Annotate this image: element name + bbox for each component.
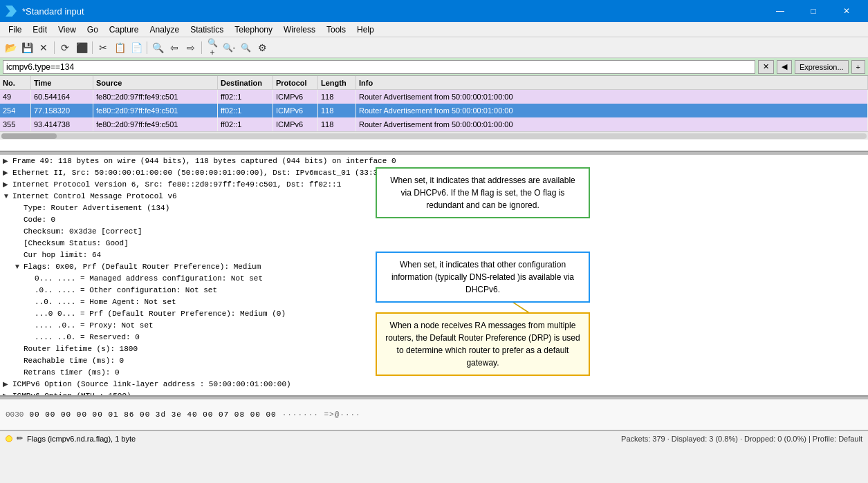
- menu-item-go[interactable]: Go: [82, 23, 104, 36]
- hex-offset: 0030: [6, 410, 24, 419]
- close-button[interactable]: ✕: [831, 4, 862, 18]
- toolbar: 📂 💾 ✕ ⟳ ⬛ ✂ 📋 📄 🔍 ⇦ ⇨ 🔍+ 🔍- 🔍 ⚙: [0, 37, 868, 58]
- h-scrollbar[interactable]: [0, 131, 868, 140]
- toolbar-restart[interactable]: ⟳: [57, 40, 73, 55]
- header-destination: Destination: [218, 76, 273, 89]
- filter-bar: ✕ ◀ Expression... +: [0, 58, 868, 76]
- menu-item-statistics[interactable]: Statistics: [185, 23, 229, 36]
- title-bar: *Standard input — □ ✕: [0, 0, 868, 22]
- expand-arrow: ▼: [14, 263, 21, 270]
- list-item[interactable]: ▶ICMPv6 Option (Source link-layer addres…: [0, 378, 868, 390]
- toolbar-zoom-reset[interactable]: 🔍: [238, 40, 253, 55]
- maximize-button[interactable]: □: [797, 4, 829, 18]
- toolbar-options[interactable]: ⚙: [255, 40, 270, 55]
- hex-panel: 0030 00 00 00 00 00 01 86 00 3d 3e 40 00…: [0, 399, 868, 430]
- status-bar: ✏ Flags (icmpv6.nd.ra.flag), 1 byte Pack…: [0, 430, 868, 446]
- toolbar-save[interactable]: 💾: [19, 40, 35, 55]
- toolbar-zoom-out[interactable]: 🔍-: [221, 40, 237, 55]
- expand-arrow: ▶: [3, 392, 10, 395]
- packet-list-header: No. Time Source Destination Protocol Len…: [0, 76, 868, 90]
- status-left: ✏ Flags (icmpv6.nd.ra.flag), 1 byte: [6, 434, 136, 443]
- menu-bar: FileEditViewGoCaptureAnalyzeStatisticsTe…: [0, 22, 868, 37]
- header-time: Time: [31, 76, 93, 89]
- tooltip-managed-addresses: When set, it indicates that addresses ar…: [376, 167, 590, 218]
- menu-item-edit[interactable]: Edit: [27, 23, 53, 36]
- window-controls: — □ ✕: [764, 4, 862, 18]
- list-item[interactable]: ▶ICMPv6 Option (MTU : 1500): [0, 390, 868, 395]
- toolbar-open[interactable]: 📂: [3, 40, 18, 55]
- expand-arrow: ▶: [3, 380, 10, 388]
- header-length: Length: [318, 76, 356, 89]
- list-item: [Checksum Status: Good]: [0, 237, 868, 249]
- table-row[interactable]: 49 60.544164 fe80::2d0:97ff:fe49:c501 ff…: [0, 90, 868, 104]
- toolbar-cut[interactable]: ✂: [95, 40, 111, 55]
- status-right-text: Packets: 379 · Displayed: 3 (0.8%) · Dro…: [621, 435, 862, 443]
- expand-arrow: ▶: [3, 169, 10, 176]
- app-icon: [6, 6, 17, 17]
- hex-ascii: ······· =>@····: [282, 410, 361, 419]
- window-title: *Standard input: [22, 6, 84, 17]
- toolbar-find[interactable]: 🔍: [150, 40, 165, 55]
- filter-add-button[interactable]: +: [851, 60, 865, 74]
- detail-panel: ▶Frame 49: 118 bytes on wire (944 bits),…: [0, 155, 868, 397]
- toolbar-back[interactable]: ⇨: [183, 40, 198, 55]
- expand-arrow: ▼: [3, 192, 10, 200]
- list-item[interactable]: ▶Frame 49: 118 bytes on wire (944 bits),…: [0, 155, 868, 167]
- menu-item-wireless[interactable]: Wireless: [278, 23, 321, 36]
- menu-item-view[interactable]: View: [53, 23, 82, 36]
- header-no: No.: [0, 76, 31, 89]
- toolbar-zoom-in[interactable]: 🔍+: [205, 40, 220, 55]
- toolbar-goto[interactable]: ⇦: [167, 40, 182, 55]
- tooltip-drp: When a node receives RA messages from mu…: [376, 312, 590, 376]
- header-source: Source: [93, 76, 218, 89]
- filter-expression-button[interactable]: Expression...: [795, 60, 849, 74]
- menu-item-telephony[interactable]: Telephony: [229, 23, 278, 36]
- table-row[interactable]: 355 93.414738 fe80::2d0:97ff:fe49:c501 f…: [0, 117, 868, 131]
- toolbar-copy[interactable]: 📋: [112, 40, 127, 55]
- filter-clear-button[interactable]: ✕: [758, 60, 774, 74]
- menu-item-tools[interactable]: Tools: [321, 23, 351, 36]
- filter-arrow-left[interactable]: ◀: [777, 60, 792, 74]
- packet-list: No. Time Source Destination Protocol Len…: [0, 76, 868, 152]
- tooltip-other-config: When set, it indicates that other config…: [376, 252, 590, 303]
- menu-item-analyze[interactable]: Analyze: [145, 23, 185, 36]
- toolbar-paste[interactable]: 📄: [129, 40, 144, 55]
- menu-item-file[interactable]: File: [3, 23, 27, 36]
- header-info: Info: [356, 76, 868, 89]
- edit-icon: ✏: [17, 434, 23, 443]
- packet-rows: 49 60.544164 fe80::2d0:97ff:fe49:c501 ff…: [0, 90, 868, 131]
- menu-item-capture[interactable]: Capture: [104, 23, 145, 36]
- expand-arrow: ▶: [3, 180, 10, 188]
- table-row[interactable]: 254 77.158320 fe80::2d0:97ff:fe49:c501 f…: [0, 104, 868, 117]
- toolbar-stop[interactable]: ⬛: [74, 40, 89, 55]
- status-left-text: Flags (icmpv6.nd.ra.flag), 1 byte: [27, 435, 136, 443]
- minimize-button[interactable]: —: [764, 4, 796, 18]
- list-item: Checksum: 0x3d3e [correct]: [0, 225, 868, 237]
- header-protocol: Protocol: [273, 76, 318, 89]
- filter-input[interactable]: [3, 60, 755, 74]
- expand-arrow: ▶: [3, 157, 10, 164]
- toolbar-close[interactable]: ✕: [36, 40, 51, 55]
- menu-item-help[interactable]: Help: [351, 23, 380, 36]
- hex-bytes: 00 00 00 00 00 01 86 00 3d 3e 40 00 07 0…: [29, 410, 276, 419]
- status-dot: [6, 435, 12, 442]
